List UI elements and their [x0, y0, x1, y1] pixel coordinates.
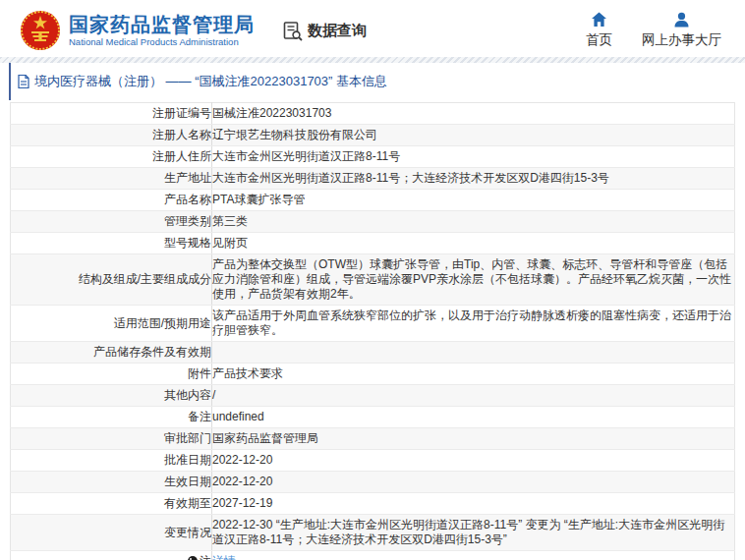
details-link[interactable]: 详情 [212, 554, 236, 560]
nav-item-home[interactable]: 首页 [586, 12, 612, 49]
document-search-icon [282, 21, 303, 41]
field-label: 结构及组成/主要组成成分 [11, 254, 212, 306]
field-label: 型号规格 [11, 233, 212, 254]
field-value: 大连市金州区光明街道汉正路8-11号 [212, 146, 735, 168]
table-row: 注册人住所大连市金州区光明街道汉正路8-11号 [11, 146, 735, 168]
site-title: 国家药品监督管理局 [69, 13, 255, 36]
field-label: 生产地址 [11, 168, 212, 190]
document-icon [18, 75, 29, 88]
field-value: 详情 [212, 551, 735, 560]
site-logo[interactable]: 国家药品监督管理局 National Medical Products Admi… [20, 8, 255, 53]
field-label: 注册人名称 [11, 125, 212, 146]
table-row: 管理类别第三类 [11, 211, 735, 233]
table-row: 注册人名称辽宁垠艺生物科技股份有限公司 [11, 125, 735, 146]
field-value: 国械注准20223031703 [212, 103, 735, 125]
table-row: 生产地址大连市金州区光明街道汉正路8-11号；大连经济技术开发区双D港四街15-… [11, 168, 735, 190]
field-label: 注 [11, 551, 212, 560]
table-row: 批准日期2022-12-20 [11, 450, 735, 472]
header-nav: 首页 网上办事大厅 [586, 12, 721, 49]
field-value: 2022-12-20 [212, 472, 735, 493]
national-emblem-icon [20, 8, 61, 53]
table-row: 结构及组成/主要组成成分产品为整体交换型（OTW型）球囊扩张导管，由Tip、内管… [11, 254, 735, 306]
field-value: undefined [212, 407, 735, 428]
field-value: 2022-12-30 “生产地址:大连市金州区光明街道汉正路8-11号” 变更为… [212, 515, 735, 551]
field-label: 有效期至 [11, 493, 212, 515]
field-label: 附件 [11, 364, 212, 385]
breadcrumb-text: 境内医疗器械（注册） —— “国械注准20223031703” 基本信息 [34, 73, 387, 90]
note-dot-icon [188, 556, 198, 560]
table-row: 备注undefined [11, 407, 735, 428]
table-row: 产品储存条件及有效期 [11, 342, 735, 364]
data-query-button[interactable]: 数据查询 [282, 21, 367, 41]
field-value: PTA球囊扩张导管 [212, 190, 735, 211]
field-value: 该产品适用于外周血管系统狭窄部位的扩张，以及用于治疗动静脉透析瘘的阻塞性病变，还… [212, 306, 735, 342]
person-icon [673, 12, 690, 28]
site-header: 国家药品监督管理局 National Medical Products Admi… [0, 0, 745, 57]
field-label: 产品储存条件及有效期 [11, 342, 212, 364]
breadcrumb: 境内医疗器械（注册） —— “国械注准20223031703” 基本信息 [9, 63, 745, 100]
field-value: 大连市金州区光明街道汉正路8-11号；大连经济技术开发区双D港四街15-3号 [212, 168, 735, 190]
nav-home-label: 首页 [586, 31, 612, 49]
table-row: 变更情况2022-12-30 “生产地址:大连市金州区光明街道汉正路8-11号”… [11, 515, 735, 551]
field-label: 备注 [11, 407, 212, 428]
field-value: / [212, 385, 735, 407]
info-table-body: 注册证编号国械注准20223031703注册人名称辽宁垠艺生物科技股份有限公司注… [11, 103, 735, 560]
home-icon [591, 12, 607, 28]
nav-item-service-hall[interactable]: 网上办事大厅 [642, 12, 721, 49]
table-row: 生效日期2022-12-20 [11, 472, 735, 493]
table-row: 产品名称PTA球囊扩张导管 [11, 190, 735, 211]
table-row: 有效期至2027-12-19 [11, 493, 735, 515]
field-label: 管理类别 [11, 211, 212, 233]
field-label: 变更情况 [11, 515, 212, 551]
table-row: 注册证编号国械注准20223031703 [11, 103, 735, 125]
table-row: 附件产品技术要求 [11, 364, 735, 385]
field-value: 见附页 [212, 233, 735, 254]
field-value: 2027-12-19 [212, 493, 735, 515]
field-label: 适用范围/预期用途 [11, 306, 212, 342]
data-query-label: 数据查询 [308, 22, 367, 40]
field-value: 第三类 [212, 211, 735, 233]
field-label: 批准日期 [11, 450, 212, 472]
table-row: 注详情 [11, 551, 735, 560]
field-label: 其他内容 [11, 385, 212, 407]
field-label: 生效日期 [11, 472, 212, 493]
field-value: 产品为整体交换型（OTW型）球囊扩张导管，由Tip、内管、球囊、标志环、导管杆和… [212, 254, 735, 306]
field-value: 产品技术要求 [212, 364, 735, 385]
field-value: 国家药品监督管理局 [212, 428, 735, 450]
field-value [212, 342, 735, 364]
field-label: 审批部门 [11, 428, 212, 450]
field-value: 辽宁垠艺生物科技股份有限公司 [212, 125, 735, 146]
site-subtitle: National Medical Products Administration [69, 36, 255, 48]
nav-service-hall-label: 网上办事大厅 [642, 31, 721, 49]
table-row: 型号规格见附页 [11, 233, 735, 254]
table-row: 其他内容/ [11, 385, 735, 407]
field-value: 2022-12-20 [212, 450, 735, 472]
field-label: 注册人住所 [11, 146, 212, 168]
table-row: 适用范围/预期用途该产品适用于外周血管系统狭窄部位的扩张，以及用于治疗动静脉透析… [11, 306, 735, 342]
table-row: 审批部门国家药品监督管理局 [11, 428, 735, 450]
field-label: 注册证编号 [11, 103, 212, 125]
field-label: 产品名称 [11, 190, 212, 211]
registration-info-table: 注册证编号国械注准20223031703注册人名称辽宁垠艺生物科技股份有限公司注… [10, 102, 735, 560]
